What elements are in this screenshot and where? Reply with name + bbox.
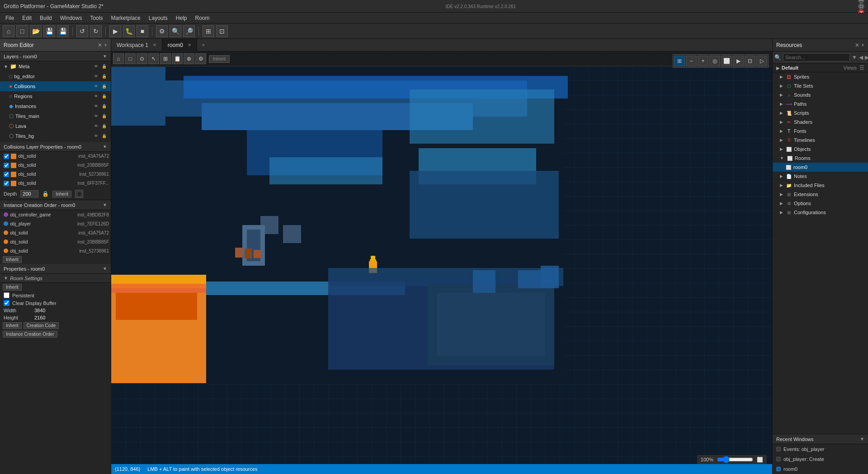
tree-extensions[interactable]: ▶ ⊞ Extensions bbox=[773, 190, 868, 199]
layer-regions-lock[interactable]: 🔒 bbox=[101, 93, 107, 99]
room-tool-pointer[interactable]: ⌂ bbox=[113, 53, 124, 64]
toolbar-home[interactable]: ⌂ bbox=[3, 25, 14, 37]
zoom-expand-icon[interactable]: ⬜ bbox=[757, 457, 763, 463]
layer-collisions[interactable]: ● Collisions 👁 🔒 bbox=[0, 81, 111, 91]
layer-meta-eye[interactable]: 👁 bbox=[93, 63, 99, 70]
search-next-icon[interactable]: ▶ bbox=[865, 54, 868, 61]
toolbar-settings[interactable]: ⚙ bbox=[156, 25, 168, 37]
toolbar-grid[interactable]: ⊞ bbox=[203, 25, 214, 37]
creation-code-button[interactable]: Creation Code bbox=[24, 322, 59, 329]
canvas-grid-btn[interactable]: ⊞ bbox=[674, 56, 685, 66]
toolbar-save[interactable]: 💾 bbox=[43, 25, 55, 37]
toolbar-new[interactable]: □ bbox=[16, 25, 28, 37]
room-editor-add-icon[interactable]: + bbox=[104, 42, 107, 48]
layer-instances-eye[interactable]: 👁 bbox=[93, 103, 99, 109]
room-settings-inherit-button[interactable]: Inherit bbox=[3, 284, 22, 291]
properties-inherit-button[interactable]: Inherit bbox=[3, 322, 22, 329]
menu-file[interactable]: File bbox=[2, 14, 18, 22]
layer-tiles-main[interactable]: ⬡ Tiles_main 👁 🔒 bbox=[0, 111, 111, 121]
room-tool-settings[interactable]: ⚙ bbox=[195, 53, 206, 64]
tab-add-button[interactable]: + bbox=[197, 42, 210, 48]
canvas-area[interactable]: ⌂ □ ⊙ ↖ ⊞ 📋 ⊗ ⚙ Inherit ⊞ − + ◎ ⬜ ▶ bbox=[111, 52, 772, 464]
collisions-properties-header[interactable]: Collisions Layer Properties - room0 ▼ bbox=[0, 142, 111, 152]
menu-layouts[interactable]: Layouts bbox=[145, 14, 171, 22]
tree-sounds[interactable]: ▶ ♪ Sounds bbox=[773, 90, 868, 99]
ico-inherit-button[interactable]: Inherit bbox=[3, 256, 22, 263]
minimize-button[interactable]: — bbox=[858, 0, 864, 3]
depth-inherit-button[interactable]: Inherit bbox=[52, 191, 71, 197]
toolbar-open[interactable]: 📂 bbox=[30, 25, 42, 37]
instance-creation-order-button[interactable]: Instance Creation Order bbox=[3, 331, 57, 338]
layer-tiles-bg[interactable]: ⬡ Tiles_bg 👁 🔒 bbox=[0, 131, 111, 141]
tree-notes[interactable]: ▶ 📄 Notes bbox=[773, 172, 868, 181]
toolbar-stop[interactable]: ■ bbox=[137, 25, 148, 37]
resources-add-icon[interactable]: + bbox=[861, 42, 864, 48]
layer-tiles-bg-lock[interactable]: 🔒 bbox=[101, 133, 107, 139]
layer-instances-lock[interactable]: 🔒 bbox=[101, 103, 107, 109]
resources-search-input[interactable] bbox=[783, 53, 850, 61]
room-tool-inherit-button[interactable]: Inherit bbox=[209, 55, 230, 63]
room-tool-select[interactable]: ↖ bbox=[148, 53, 159, 64]
layer-tiles-main-lock[interactable]: 🔒 bbox=[101, 113, 107, 119]
canvas-zoom-fit-btn[interactable]: ◎ bbox=[709, 56, 720, 66]
properties-header[interactable]: Properties - room0 ▼ bbox=[0, 264, 111, 274]
room-tool-delete[interactable]: ⊗ bbox=[184, 53, 194, 64]
tree-scripts[interactable]: ▶ 📜 Scripts bbox=[773, 108, 868, 117]
layer-bg-lock[interactable]: 🔒 bbox=[101, 73, 107, 80]
layer-lava[interactable]: ⬡ Lava 👁 🔒 bbox=[0, 121, 111, 131]
tree-paths[interactable]: ▶ ⟿ Paths bbox=[773, 99, 868, 108]
zoom-slider[interactable] bbox=[717, 456, 753, 463]
depth-lock-icon[interactable]: 🔒 bbox=[42, 191, 49, 197]
tab-workspace1-close[interactable]: ✕ bbox=[153, 42, 156, 47]
tab-workspace1[interactable]: Workspace 1 ✕ bbox=[111, 39, 162, 52]
search-prev-icon[interactable]: ◀ bbox=[859, 54, 863, 61]
toolbar-undo[interactable]: ↺ bbox=[76, 25, 88, 37]
layers-section-header[interactable]: Layers - room0 ▼ bbox=[0, 52, 111, 61]
canvas-step-btn[interactable]: ▷ bbox=[756, 56, 767, 66]
tab-room0-close[interactable]: ✕ bbox=[188, 42, 191, 47]
canvas-play-btn[interactable]: ▶ bbox=[733, 56, 744, 66]
tree-configurations[interactable]: ▶ ⊞ Configurations bbox=[773, 208, 868, 217]
tree-fonts[interactable]: ▶ T Fonts bbox=[773, 127, 868, 136]
canvas-grid2-btn[interactable]: ⊡ bbox=[745, 56, 755, 66]
tree-shaders[interactable]: ▶ ✏ Shaders bbox=[773, 117, 868, 127]
ico-header[interactable]: Instance Creation Order - room0 ▼ bbox=[0, 200, 111, 210]
layer-lava-lock[interactable]: 🔒 bbox=[101, 123, 107, 129]
search-dropdown-icon[interactable]: ▼ bbox=[852, 54, 857, 61]
tree-rooms[interactable]: ▼ ⬜ Rooms bbox=[773, 154, 868, 163]
tree-tilesets[interactable]: ▶ ⬡ Tile Sets bbox=[773, 81, 868, 90]
depth-settings-button[interactable]: ⚙ bbox=[75, 190, 83, 198]
layer-bg-eye[interactable]: 👁 bbox=[93, 73, 99, 80]
layer-meta[interactable]: ▼ 📁 Meta 👁 🔒 bbox=[0, 61, 111, 71]
menu-windows[interactable]: Windows bbox=[57, 14, 86, 22]
room-tool-rect[interactable]: □ bbox=[125, 53, 136, 64]
layer-collisions-lock[interactable]: 🔒 bbox=[101, 83, 107, 89]
collision-cb-2[interactable] bbox=[4, 163, 9, 168]
toolbar-zoom-out[interactable]: 🔎 bbox=[183, 25, 195, 37]
toolbar-snap[interactable]: ⊡ bbox=[216, 25, 228, 37]
layer-meta-lock[interactable]: 🔒 bbox=[101, 63, 107, 70]
tree-objects[interactable]: ▶ ⬜ Objects bbox=[773, 145, 868, 154]
menu-build[interactable]: Build bbox=[36, 14, 56, 22]
resources-default-toggle[interactable]: ▶ Default bbox=[776, 65, 798, 70]
room-editor-close-icon[interactable]: ✕ bbox=[98, 42, 102, 48]
menu-help[interactable]: Help bbox=[172, 14, 191, 22]
layer-regions[interactable]: ○ Regions 👁 🔒 bbox=[0, 91, 111, 101]
toolbar-zoom-in[interactable]: 🔍 bbox=[170, 25, 181, 37]
menu-room[interactable]: Room bbox=[192, 14, 213, 22]
recent-windows-header[interactable]: Recent Windows ▼ bbox=[773, 434, 868, 444]
layer-collisions-eye[interactable]: 👁 bbox=[93, 83, 99, 89]
maximize-button[interactable]: □ bbox=[858, 3, 864, 9]
collision-cb-3[interactable] bbox=[4, 172, 9, 177]
depth-input[interactable] bbox=[20, 190, 38, 197]
tree-sprites[interactable]: ▶ 🖼 Sprites bbox=[773, 72, 868, 81]
room-tool-circle[interactable]: ⊙ bbox=[137, 53, 147, 64]
toolbar-redo[interactable]: ↻ bbox=[90, 25, 102, 37]
resources-close-icon[interactable]: ✕ bbox=[855, 42, 859, 48]
tree-timelines[interactable]: ▶ ⧖ Timelines bbox=[773, 136, 868, 145]
canvas-zoom-in-btn[interactable]: + bbox=[698, 56, 708, 66]
toolbar-save2[interactable]: 💾 bbox=[57, 25, 69, 37]
menu-edit[interactable]: Edit bbox=[19, 14, 35, 22]
collision-cb-1[interactable] bbox=[4, 154, 9, 159]
resources-options-icon[interactable]: ☰ bbox=[859, 65, 864, 71]
